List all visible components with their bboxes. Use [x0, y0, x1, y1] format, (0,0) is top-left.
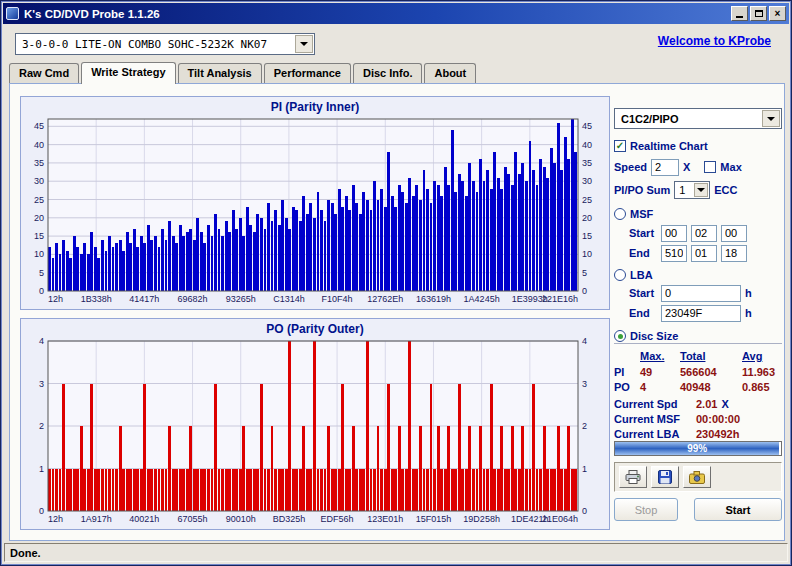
lba-end-label: End [629, 307, 657, 319]
stop-button[interactable]: Stop [614, 498, 678, 521]
svg-text:1B338h: 1B338h [81, 294, 112, 304]
svg-text:C1314h: C1314h [273, 294, 305, 304]
chevron-down-icon [295, 35, 313, 53]
stats-po-label: PO [614, 381, 636, 393]
max-speed-checkbox[interactable] [704, 161, 716, 173]
tab-raw-cmd[interactable]: Raw Cmd [9, 63, 79, 83]
msf-end-sec-input[interactable] [691, 245, 717, 262]
camera-icon [689, 471, 705, 484]
pi-chart-plot: 12h1B338h41417h69682h93265hC1314hF10F4h1… [21, 114, 609, 310]
tab-disc-info[interactable]: Disc Info. [353, 63, 423, 83]
stats-header-max: Max. [640, 350, 676, 362]
lba-start-label: Start [629, 287, 657, 299]
chevron-down-icon [762, 110, 780, 127]
msf-start-row: Start [614, 224, 782, 242]
svg-text:2: 2 [582, 421, 587, 431]
svg-text:0: 0 [582, 506, 587, 516]
svg-text:41417h: 41417h [129, 294, 159, 304]
svg-text:35: 35 [34, 158, 44, 168]
tab-content: PI (Parity Inner) 12h1B338h41417h69682h9… [9, 83, 785, 541]
lba-label: LBA [630, 269, 653, 281]
svg-text:BD325h: BD325h [273, 514, 306, 524]
svg-text:EDF56h: EDF56h [321, 514, 354, 524]
lba-start-input[interactable] [661, 285, 741, 302]
progress-bar: 99% [614, 441, 782, 456]
stats-po-total: 40948 [680, 381, 738, 393]
chart-mode-select[interactable]: C1C2/PIPO [614, 108, 782, 129]
pipo-sum-select[interactable]: 1 [674, 181, 710, 199]
current-speed-unit: X [721, 398, 728, 410]
tab-tilt-analysis[interactable]: Tilt Analysis [178, 63, 262, 83]
msf-radio[interactable] [614, 208, 626, 220]
tab-about[interactable]: About [424, 63, 476, 83]
tab-write-strategy[interactable]: Write Strategy [81, 62, 175, 84]
svg-text:67055h: 67055h [178, 514, 208, 524]
svg-text:45: 45 [34, 121, 44, 131]
titlebar: K's CD/DVD Probe 1.1.26 × [3, 3, 789, 24]
app-window: K's CD/DVD Probe 1.1.26 × 3-0-0-0 LITE-O… [0, 0, 792, 566]
svg-text:5: 5 [39, 268, 44, 278]
svg-text:1: 1 [582, 464, 587, 474]
chart-mode-value: C1C2/PIPO [621, 113, 781, 125]
lba-end-row: End h [614, 304, 782, 322]
lba-end-input[interactable] [661, 305, 741, 322]
save-icon [658, 470, 672, 484]
drive-select[interactable]: 3-0-0-0 LITE-ON COMBO SOHC-5232K NK07 [15, 33, 315, 55]
msf-end-min-input[interactable] [661, 245, 687, 262]
msf-end-frame-input[interactable] [721, 245, 747, 262]
svg-text:12h: 12h [48, 294, 63, 304]
svg-text:0: 0 [39, 286, 44, 296]
welcome-link[interactable]: Welcome to KProbe [658, 34, 771, 48]
svg-text:3: 3 [582, 379, 587, 389]
svg-text:93265h: 93265h [226, 294, 256, 304]
svg-text:4: 4 [39, 336, 44, 346]
snapshot-button[interactable] [683, 466, 711, 488]
svg-text:123E01h: 123E01h [367, 514, 403, 524]
svg-text:69682h: 69682h [178, 294, 208, 304]
msf-label: MSF [630, 208, 653, 220]
start-button[interactable]: Start [694, 498, 782, 521]
close-button[interactable]: × [769, 6, 786, 21]
svg-text:12h: 12h [48, 514, 63, 524]
tab-bar: Raw Cmd Write Strategy Tilt Analysis Per… [9, 62, 478, 84]
lba-radio[interactable] [614, 269, 626, 281]
maximize-button[interactable] [750, 6, 767, 21]
svg-text:40: 40 [582, 140, 592, 150]
realtime-chart-label: Realtime Chart [630, 140, 708, 152]
svg-text:35: 35 [582, 158, 592, 168]
stats-po-avg: 0.865 [742, 381, 770, 393]
disc-size-radio[interactable] [614, 330, 626, 342]
status-bar: Done. [3, 542, 789, 563]
progress-text: 99% [687, 443, 707, 454]
current-speed-label: Current Spd [614, 398, 692, 410]
svg-text:10: 10 [34, 249, 44, 259]
current-lba-label: Current LBA [614, 428, 692, 440]
realtime-chart-checkbox[interactable] [614, 140, 626, 152]
print-button[interactable] [619, 466, 647, 488]
svg-text:1A4245h: 1A4245h [464, 294, 500, 304]
pipo-sum-row: PI/PO Sum 1 ECC [614, 181, 782, 199]
status-text: Done. [4, 543, 788, 562]
stats-po-max: 4 [640, 381, 676, 393]
current-speed-value: 2.01 [696, 398, 717, 410]
svg-text:30: 30 [34, 176, 44, 186]
disc-size-label: Disc Size [630, 330, 678, 342]
window-title: K's CD/DVD Probe 1.1.26 [24, 8, 729, 20]
msf-start-min-input[interactable] [661, 225, 687, 242]
chart-tools-group [614, 462, 782, 492]
minimize-button[interactable] [731, 6, 748, 21]
speed-input[interactable] [651, 159, 679, 176]
svg-text:1A917h: 1A917h [81, 514, 112, 524]
app-icon [6, 7, 19, 20]
msf-radio-row: MSF [614, 205, 782, 223]
svg-text:10: 10 [582, 249, 592, 259]
svg-text:40021h: 40021h [129, 514, 159, 524]
toolbar: 3-0-0-0 LITE-ON COMBO SOHC-5232K NK07 We… [3, 24, 789, 62]
msf-start-frame-input[interactable] [721, 225, 747, 242]
svg-text:30: 30 [582, 176, 592, 186]
svg-text:90010h: 90010h [226, 514, 256, 524]
stats-row-po: PO 4 40948 0.865 [614, 378, 782, 396]
save-button[interactable] [651, 466, 679, 488]
msf-start-sec-input[interactable] [691, 225, 717, 242]
tab-performance[interactable]: Performance [264, 63, 351, 83]
